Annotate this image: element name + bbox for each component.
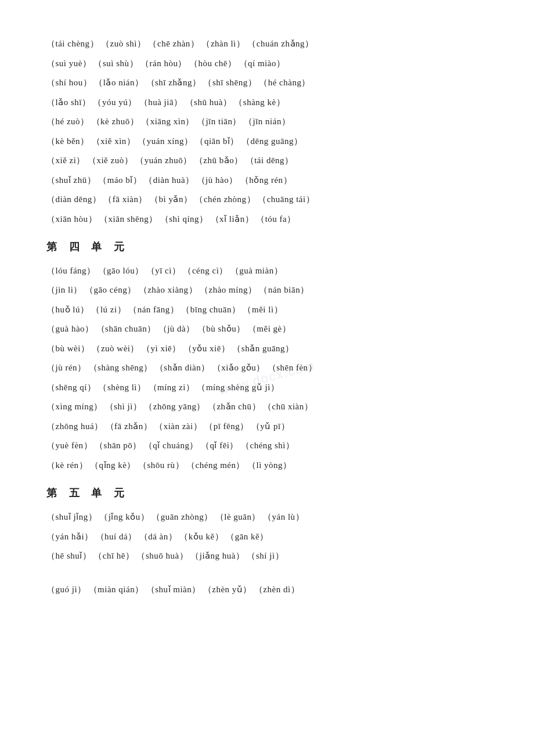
- pinyin-item: （zhū bǎo）: [194, 152, 243, 170]
- content-line: （guó jì）（miàn qián）（shuǐ miàn）（zhèn yǔ）（…: [46, 581, 488, 599]
- pinyin-item: （nán biān）: [259, 281, 309, 300]
- pinyin-item: （qiān bǐ）: [195, 132, 239, 151]
- pinyin-item: （huǒ lú）: [46, 301, 89, 319]
- pinyin-item: （jù rén）: [46, 359, 86, 377]
- pinyin-item: （shān pō）: [95, 437, 142, 455]
- content-line: （jìn lì）（gāo céng）（zhào xiàng）（zhào míng…: [46, 281, 488, 300]
- pinyin-item: （xiě xìn）: [92, 132, 136, 151]
- pinyin-item: （yán hǎi）: [46, 528, 93, 546]
- pinyin-item: （shēng qí）: [46, 379, 96, 397]
- pinyin-item: （shōu rù）: [138, 456, 184, 475]
- pinyin-item: （qí miào）: [239, 55, 286, 73]
- pinyin-item: （jǐng kǒu）: [99, 508, 149, 527]
- pinyin-item: （shàng kè）: [234, 93, 285, 112]
- pinyin-item: （céng cì）: [183, 262, 228, 280]
- pinyin-item: （chē zhàn）: [148, 35, 199, 53]
- pinyin-item: （shuǐ miàn）: [146, 581, 201, 599]
- pinyin-item: （bù wèi）: [46, 340, 89, 358]
- pinyin-item: （shí hou）: [46, 74, 92, 92]
- pinyin-item: （shī shēng）: [203, 74, 257, 92]
- pinyin-item: （jīn tiān）: [197, 113, 241, 131]
- pinyin-item: （hòu chē）: [189, 55, 237, 73]
- pinyin-item: （suì shù）: [93, 55, 138, 73]
- pinyin-item: （xìng míng）: [46, 398, 103, 416]
- content-line: （xìng míng）（shì jì）（zhōng yāng）（zhǎn chū…: [46, 398, 488, 416]
- main-content: （tái chèng）（zuò shì）（chē zhàn）（zhàn lì）（…: [46, 35, 488, 599]
- pinyin-item: （xiě zuò）: [88, 152, 133, 170]
- pinyin-item: （tái chèng）: [46, 35, 99, 53]
- pinyin-item: （chén zhòng）: [194, 190, 255, 209]
- pinyin-item: （chéng mén）: [186, 456, 245, 475]
- pinyin-item: （xiàn zài）: [154, 417, 202, 436]
- pinyin-item: （nán fāng）: [128, 301, 179, 319]
- pinyin-item: （zuò shì）: [101, 35, 146, 53]
- pinyin-item: （chuāng tái）: [258, 190, 315, 209]
- content-line: （huǒ lú）（lú zi）（nán fāng）（bīng chuān）（mě…: [46, 301, 488, 319]
- pinyin-item: （máo bǐ）: [98, 171, 142, 190]
- content-line: （lóu fáng）（gāo lóu）（yī cì）（céng cì）（guà …: [46, 262, 488, 280]
- content-line: （shí hou）（lǎo nián）（shī zhǎng）（shī shēng…: [46, 74, 488, 92]
- pinyin-item: （miàn qián）: [89, 581, 144, 599]
- content-line: （xiān hòu）（xiān shēng）（shì qíng）（xǐ liǎn…: [46, 210, 488, 229]
- pinyin-item: （míng zi）: [149, 379, 195, 397]
- content-line: （yuè fèn）（shān pō）（qǐ chuáng）（qǐ fēi）（ch…: [46, 437, 488, 455]
- pinyin-item: （xǐ liǎn）: [211, 210, 254, 229]
- pinyin-item: （zhèn yǔ）: [203, 581, 252, 599]
- pinyin-item: （shàng shēng）: [89, 359, 153, 377]
- pinyin-item: （yì xiē）: [142, 340, 181, 358]
- pinyin-item: （shān chuān）: [96, 320, 156, 339]
- pinyin-item: （zuò wèi）: [92, 340, 139, 358]
- pinyin-item: （guān zhòng）: [151, 508, 213, 527]
- pinyin-item: （yuè fèn）: [46, 437, 92, 455]
- pinyin-item: （shēn fèn）: [268, 359, 317, 377]
- pinyin-item: （qǐ chuáng）: [144, 437, 199, 455]
- content-line: （shēng qí）（shèng lì）（míng zi）（míng shèng…: [46, 379, 488, 397]
- content-line: （shuǐ jǐng）（jǐng kǒu）（guān zhòng）（lè guā…: [46, 508, 488, 527]
- pinyin-item: （měi lì）: [243, 301, 283, 319]
- pinyin-item: （lǎo nián）: [94, 74, 143, 92]
- content-line: （diàn dēng）（fā xiàn）（bì yǎn）（chén zhòng）…: [46, 190, 488, 209]
- pinyin-item: （tóu fa）: [256, 210, 296, 229]
- pinyin-item: （míng shèng gǔ jì）: [197, 379, 279, 397]
- pinyin-item: （rán hòu）: [140, 55, 187, 73]
- pinyin-item: （zhèn dì）: [254, 581, 300, 599]
- pinyin-item: （xiě zì）: [46, 152, 85, 170]
- content-line: （shuǐ zhū）（máo bǐ）（diàn huà）（jù hào）（hǒn…: [46, 171, 488, 190]
- pinyin-item: （chū xiàn）: [263, 398, 313, 416]
- pinyin-item: （chuán zhǎng）: [247, 35, 313, 53]
- pinyin-item: （xiān shēng）: [99, 210, 158, 229]
- pinyin-item: （pī fēng）: [204, 417, 249, 436]
- pinyin-item: （zhàn lì）: [201, 35, 245, 53]
- pinyin-item: （shū huà）: [185, 93, 232, 112]
- pinyin-item: （zhōng yāng）: [144, 398, 205, 416]
- pinyin-item: （qǐng kè）: [90, 456, 136, 475]
- pinyin-item: （shǎn guāng）: [232, 340, 294, 358]
- pinyin-item: （xiāng xìn）: [141, 113, 194, 131]
- pinyin-item: （fā zhǎn）: [106, 417, 153, 436]
- pinyin-item: （qǐ fēi）: [201, 437, 239, 455]
- pinyin-item: （zhào míng）: [200, 281, 257, 300]
- pinyin-item: （jīn nián）: [244, 113, 290, 131]
- pinyin-item: （shí jì）: [247, 547, 284, 566]
- section-title: 第 五 单 元: [46, 483, 488, 505]
- pinyin-item: （xiǎo gǒu）: [212, 359, 265, 377]
- pinyin-item: （shèng lì）: [98, 379, 146, 397]
- pinyin-item: （gān kě）: [226, 528, 269, 546]
- content-line: （xiě zì）（xiě zuò）（yuán zhuō）（zhū bǎo）（tá…: [46, 152, 488, 170]
- pinyin-item: （fā xiàn）: [103, 190, 147, 209]
- pinyin-item: （guà hào）: [46, 320, 94, 339]
- pinyin-item: （gāo lóu）: [98, 262, 144, 280]
- content-line: （guà hào）（shān chuān）（jù dà）（bù shǒu）（mě…: [46, 320, 488, 339]
- pinyin-item: （dēng guāng）: [241, 132, 303, 151]
- pinyin-item: （guà miàn）: [230, 262, 283, 280]
- content-line: （suì yuè）（suì shù）（rán hòu）（hòu chē）（qí …: [46, 55, 488, 73]
- pinyin-item: （lóu fáng）: [46, 262, 96, 280]
- pinyin-item: （jù hào）: [197, 171, 238, 190]
- pinyin-item: （bīng chuān）: [181, 301, 240, 319]
- pinyin-item: （shì qíng）: [160, 210, 208, 229]
- pinyin-item: （diàn huà）: [144, 171, 194, 190]
- pinyin-item: （yī cì）: [146, 262, 181, 280]
- section-title: 第 四 单 元: [46, 236, 488, 258]
- pinyin-item: （lè guān）: [215, 508, 261, 527]
- content-line: （hē shuǐ）（chī hē）（shuō huà）（jiǎng huà）（s…: [46, 547, 488, 566]
